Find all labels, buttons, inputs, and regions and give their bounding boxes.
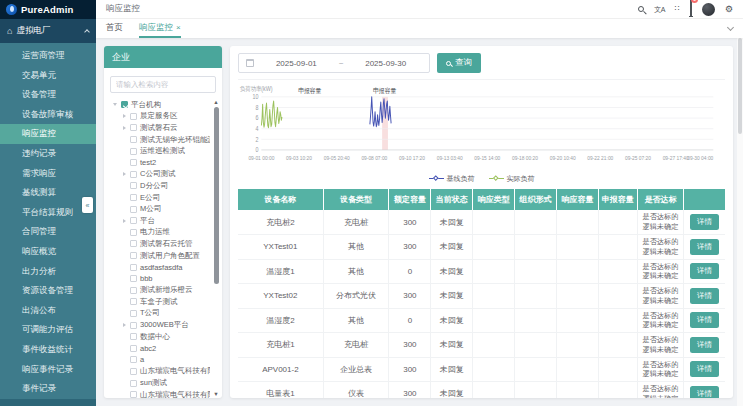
page-scroll-thumb[interactable] — [738, 38, 742, 134]
logo-bar[interactable]: PureAdmin — [0, 0, 96, 19]
tree-node[interactable]: 平台机构 — [109, 99, 210, 111]
tree-node[interactable]: sun测试 — [109, 377, 210, 389]
tree-checkbox[interactable] — [130, 380, 137, 387]
tree-node[interactable]: C公司测试 — [109, 169, 210, 181]
tree-node[interactable]: 数据中心 — [109, 331, 210, 343]
tree-checkbox[interactable] — [130, 206, 137, 213]
tree-checkbox[interactable] — [130, 252, 137, 259]
tree-checkbox[interactable] — [130, 148, 137, 155]
sidebar-item-设备故障审核[interactable]: 设备故障审核 — [0, 105, 96, 125]
tree-checkbox[interactable] — [130, 159, 137, 166]
end-date[interactable]: 2025-09-30 — [349, 59, 422, 68]
sidebar-item-合同管理[interactable]: 合同管理 — [0, 222, 96, 242]
sidebar-item-运营商管理[interactable]: 运营商管理 — [0, 46, 96, 66]
tree-caret-icon[interactable] — [121, 323, 127, 327]
tree-node[interactable]: 测试用户角色配置 — [109, 250, 210, 262]
sidebar-item-出力分析[interactable]: 出力分析 — [0, 262, 96, 282]
tree-checkbox[interactable] — [130, 240, 137, 247]
tree-node[interactable]: 3000WEB平台 — [109, 319, 210, 331]
tab-响应监控[interactable]: 响应监控× — [139, 19, 181, 38]
tree-node[interactable]: 测试无锡华光环锟能源集团股份 — [109, 134, 210, 146]
tree-caret-icon[interactable] — [121, 126, 127, 130]
tree-node[interactable]: 测试磐石云托管 — [109, 238, 210, 250]
tree-node[interactable]: E公司 — [109, 192, 210, 204]
tree-checkbox[interactable] — [130, 310, 137, 317]
tree-checkbox[interactable] — [130, 229, 137, 236]
sidebar-item-事件记录[interactable]: 事件记录 — [0, 379, 96, 399]
tree-node[interactable]: 山东瑞宸电气科技有限公司 — [109, 366, 210, 378]
tree-caret-icon[interactable] — [121, 172, 127, 176]
detail-button[interactable]: 详情 — [690, 239, 719, 255]
detail-button[interactable]: 详情 — [690, 337, 719, 353]
tree-node[interactable]: T公司 — [109, 308, 210, 320]
tree-node[interactable]: abc2 — [109, 342, 210, 354]
tree-checkbox[interactable] — [130, 182, 137, 189]
tree-checkbox[interactable] — [130, 171, 137, 178]
sidebar-item-资源设备管理[interactable]: 资源设备管理 — [0, 281, 96, 301]
legend-item-实际负荷[interactable]: 实际负荷 — [489, 174, 535, 184]
tree-scroll-track[interactable] — [214, 105, 219, 391]
tree-checkbox[interactable] — [130, 333, 137, 340]
gear-icon[interactable]: ⚙ — [725, 5, 733, 14]
tree-checkbox[interactable] — [130, 113, 137, 120]
detail-button[interactable]: 详情 — [690, 361, 719, 377]
tree-node[interactable]: 电力运维 — [109, 227, 210, 239]
tree-caret-icon[interactable] — [121, 114, 127, 118]
tree-checkbox[interactable] — [130, 264, 137, 271]
tree-checkbox[interactable] — [130, 298, 137, 305]
detail-button[interactable]: 详情 — [690, 312, 719, 328]
scroll-down-icon[interactable]: ▼ — [213, 391, 218, 397]
sidebar-item-需求响应[interactable]: 需求响应 — [0, 164, 96, 184]
detail-button[interactable]: 详情 — [690, 214, 719, 230]
sidebar-item-设备管理[interactable]: 设备管理 — [0, 85, 96, 105]
tabs-chevron-down-icon[interactable] — [727, 23, 734, 30]
detail-button[interactable]: 详情 — [690, 288, 719, 304]
search-icon[interactable] — [638, 6, 644, 12]
sidebar-item-违约记录[interactable]: 违约记录 — [0, 144, 96, 164]
query-button[interactable]: 查询 — [437, 53, 481, 73]
sidebar-item-可调能力评估[interactable]: 可调能力评估 — [0, 320, 96, 340]
sidebar-item-响应概览[interactable]: 响应概览 — [0, 242, 96, 262]
tree-checkbox[interactable] — [121, 101, 128, 108]
sidebar-item-交易单元[interactable]: 交易单元 — [0, 66, 96, 86]
tree-node[interactable]: bbb — [109, 273, 210, 285]
avatar[interactable] — [702, 3, 715, 16]
tree-checkbox[interactable] — [130, 217, 137, 224]
tree-checkbox[interactable] — [130, 322, 137, 329]
sidebar-group-header[interactable]: ⌂ 虚拟电厂 — [0, 19, 96, 43]
tree-checkbox[interactable] — [130, 391, 137, 398]
tree-checkbox[interactable] — [130, 345, 137, 352]
tree-checkbox[interactable] — [130, 275, 137, 282]
close-icon[interactable]: × — [176, 23, 181, 32]
tree-node[interactable]: M公司 — [109, 203, 210, 215]
tree-node[interactable]: test2 — [109, 157, 210, 169]
tree-checkbox[interactable] — [130, 368, 137, 375]
tree-checkbox[interactable] — [130, 194, 137, 201]
tree-node[interactable]: 晨定服务区 — [109, 111, 210, 123]
detail-button[interactable]: 详情 — [690, 263, 719, 279]
tree-node[interactable]: 车盒子测试 — [109, 296, 210, 308]
tree-caret-icon[interactable] — [121, 219, 127, 223]
tree-checkbox[interactable] — [130, 356, 137, 363]
tree-scroll-thumb[interactable] — [214, 107, 219, 284]
translate-icon[interactable]: 文A — [654, 6, 665, 13]
page-scrollbar[interactable] — [737, 28, 743, 406]
sidebar-item-响应事件记录[interactable]: 响应事件记录 — [0, 360, 96, 380]
tree-checkbox[interactable] — [130, 124, 137, 131]
tree-scrollbar[interactable]: ▲ ▼ — [212, 99, 220, 397]
sidebar-footer-bar[interactable] — [0, 399, 96, 406]
tree-node[interactable]: asdfasfasdfa — [109, 261, 210, 273]
tree-caret-icon[interactable] — [112, 103, 118, 106]
tree-node[interactable]: 山东瑞宸电气科技有限公司(测试) — [109, 389, 210, 398]
tree-node[interactable]: a — [109, 354, 210, 366]
legend-item-基线负荷[interactable]: 基线负荷 — [429, 174, 475, 184]
tree-collapse-handle[interactable]: « — [82, 197, 93, 213]
tree-node[interactable]: 测试新增乐橙云 — [109, 285, 210, 297]
sidebar-item-事件收益统计[interactable]: 事件收益统计 — [0, 340, 96, 360]
tree-node[interactable]: 平台 — [109, 215, 210, 227]
fullscreen-icon[interactable]: ∷ — [675, 5, 680, 13]
tree-checkbox[interactable] — [130, 287, 137, 294]
date-range-picker[interactable]: 2025-09-01 ~ 2025-09-30 — [238, 53, 430, 73]
tree-node[interactable]: 运维巡检测试 — [109, 145, 210, 157]
tree-node[interactable]: 测试磐石云 — [109, 122, 210, 134]
